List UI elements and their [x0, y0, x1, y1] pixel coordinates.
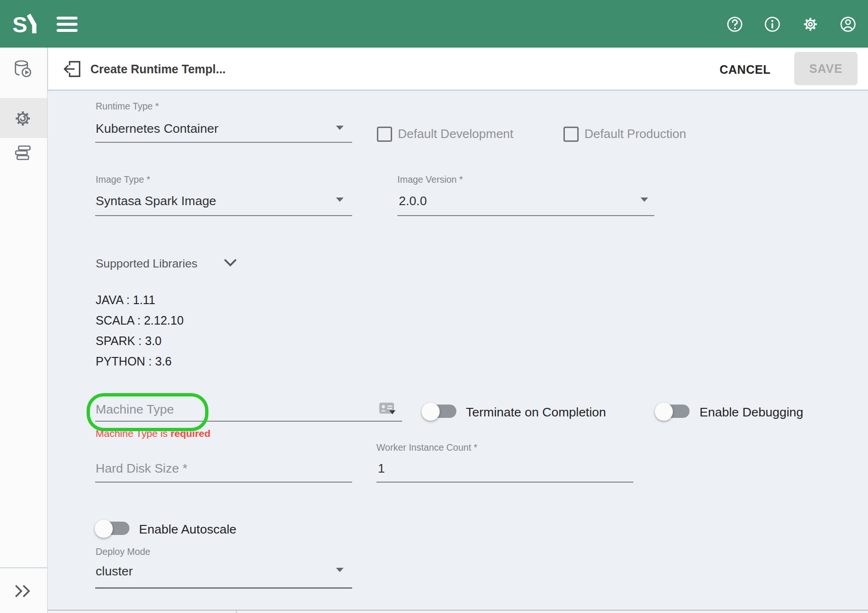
save-button[interactable]: SAVE — [794, 52, 858, 85]
deploy-mode-select[interactable]: cluster — [96, 564, 133, 579]
enable-debugging-label: Enable Debugging — [700, 405, 803, 420]
runtime-type-underline — [95, 142, 352, 143]
library-scala: SCALA : 2.12.10 — [96, 314, 184, 327]
image-type-underline — [95, 215, 352, 216]
bottom-panel-divider — [236, 611, 237, 613]
syntasa-logo: S — [12, 11, 38, 38]
app-window: S — [0, 0, 868, 613]
cancel-button[interactable]: CANCEL — [720, 63, 770, 77]
enable-autoscale-toggle-thumb[interactable] — [95, 520, 113, 538]
image-version-label: Image Version * — [397, 174, 463, 185]
logo-letter: S — [12, 11, 27, 38]
machine-type-underline — [95, 421, 402, 422]
process-database-icon[interactable] — [11, 58, 33, 80]
sidebar-footer — [0, 567, 47, 613]
terminate-on-completion-label: Terminate on Completion — [466, 405, 606, 420]
default-production-label: Default Production — [584, 127, 686, 141]
info-icon[interactable] — [764, 16, 781, 33]
help-icon[interactable] — [726, 16, 743, 33]
expand-double-chevron-icon[interactable] — [13, 584, 32, 598]
hard-disk-size-underline — [95, 482, 352, 483]
hamburger-menu-icon[interactable] — [57, 17, 78, 32]
library-spark: SPARK : 3.0 — [96, 334, 162, 348]
deploy-mode-underline — [95, 587, 352, 589]
library-python: PYTHON : 3.6 — [96, 355, 172, 368]
image-type-label: Image Type * — [96, 174, 150, 185]
enable-debugging-toggle-thumb[interactable] — [655, 403, 673, 421]
page-header: Create Runtime Templ... CANCEL SAVE — [48, 48, 868, 89]
page-title: Create Runtime Templ... — [90, 62, 226, 76]
machine-type-input[interactable] — [96, 400, 372, 419]
default-development-label: Default Development — [398, 127, 513, 141]
library-java: JAVA : 1.11 — [96, 293, 155, 307]
image-version-underline — [397, 215, 654, 216]
image-type-select[interactable]: Syntasa Spark Image — [96, 194, 216, 208]
admin-gear-icon[interactable] — [13, 109, 33, 129]
settings-gear-icon[interactable] — [802, 16, 819, 33]
error-required-text: required — [170, 428, 210, 439]
appbar: S — [0, 0, 868, 48]
chevron-down-icon[interactable] — [336, 126, 344, 130]
worker-instance-count-label: Worker Instance Count * — [376, 442, 477, 453]
runtime-type-select[interactable]: Kubernetes Container — [96, 121, 218, 136]
image-version-select[interactable]: 2.0.0 — [399, 194, 427, 208]
chevron-down-icon[interactable] — [641, 198, 648, 202]
enable-autoscale-label: Enable Autoscale — [139, 522, 237, 537]
chevron-down-icon[interactable] — [336, 198, 344, 202]
logo-mark-icon — [27, 13, 38, 35]
worker-instance-count-underline — [376, 482, 633, 483]
error-text: Machine Type is — [96, 428, 168, 439]
deploy-mode-label: Deploy Mode — [96, 546, 150, 557]
default-development-checkbox[interactable] — [377, 127, 392, 142]
stack-icon[interactable] — [13, 143, 33, 163]
back-icon[interactable] — [61, 58, 82, 80]
runtime-type-label: Runtime Type * — [96, 101, 159, 112]
default-production-checkbox[interactable] — [563, 127, 579, 142]
chevron-down-icon[interactable] — [336, 568, 344, 572]
machine-type-error: Machine Type isrequired — [96, 428, 210, 439]
chevron-down-icon[interactable] — [224, 257, 237, 269]
sidebar — [0, 48, 48, 613]
terminate-on-completion-toggle-thumb[interactable] — [422, 403, 440, 421]
account-icon[interactable] — [839, 16, 857, 33]
machine-type-picker-icon[interactable] — [378, 402, 396, 416]
bottom-panel-edge — [48, 610, 868, 613]
supported-libraries-label: Supported Libraries — [96, 257, 197, 270]
hard-disk-size-input[interactable] — [96, 459, 348, 478]
worker-instance-count-input[interactable] — [378, 459, 630, 478]
